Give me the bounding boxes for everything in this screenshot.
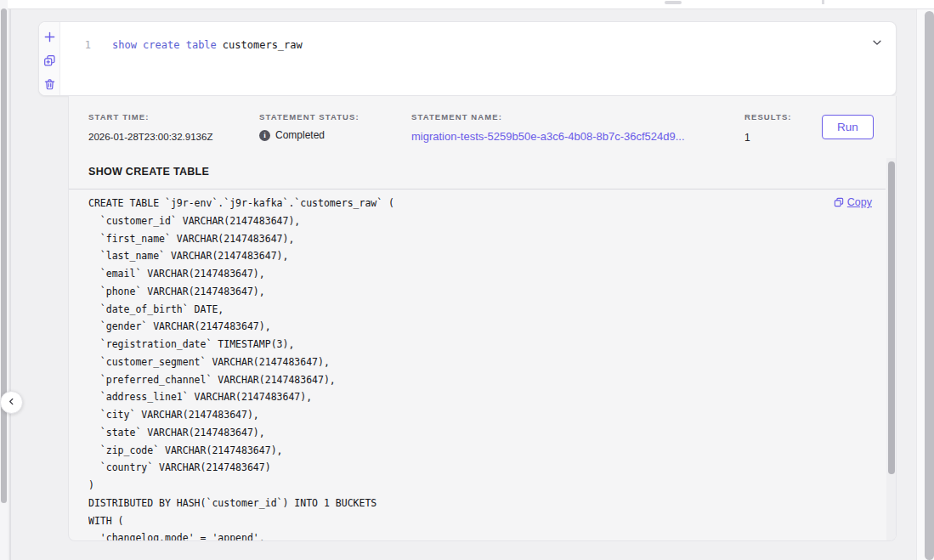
info-icon: i: [259, 130, 270, 141]
copy-label: Copy: [847, 196, 872, 208]
top-app-bar: [8, 0, 934, 9]
cropped-toolbar-fragment: [822, 0, 824, 4]
chevron-left-icon: [6, 395, 17, 410]
sql-identifier: customers_raw: [223, 39, 303, 51]
status-text: Completed: [275, 129, 325, 141]
chevron-down-icon: [871, 37, 883, 48]
results-scrollbar-track[interactable]: [886, 158, 897, 541]
start-time-label: START TIME:: [88, 112, 150, 122]
statement-name-label: STATEMENT NAME:: [411, 112, 502, 122]
line-number: 1: [65, 39, 91, 51]
run-button[interactable]: Run: [822, 115, 874, 139]
output-divider: [69, 189, 886, 189]
sidebar-divider: [9, 9, 11, 560]
output-title: SHOW CREATE TABLE: [88, 166, 209, 178]
statement-results-panel: START TIME: 2026-01-28T23:00:32.9136Z ST…: [68, 96, 897, 541]
results-label: RESULTS:: [744, 112, 792, 122]
statement-status-label: STATEMENT STATUS:: [259, 112, 359, 122]
code-line[interactable]: 1 show create tablecustomers_raw: [60, 38, 862, 52]
sql-statement-text[interactable]: show create tablecustomers_raw: [112, 39, 303, 51]
sql-keyword: show create table: [112, 39, 217, 51]
statement-name-link[interactable]: migration-tests-5259b50e-a3c6-4b08-8b7c-…: [411, 130, 685, 143]
show-create-table-output: CREATE TABLE `j9r-env`.`j9r-kafka`.`cust…: [88, 195, 862, 540]
duplicate-cell-icon[interactable]: [42, 54, 56, 67]
copy-button[interactable]: Copy: [834, 196, 872, 208]
left-scrollbar-track[interactable]: [0, 0, 8, 560]
add-cell-icon[interactable]: [42, 30, 56, 43]
page-scrollbar-thumb[interactable]: [925, 11, 934, 560]
copy-icon: [834, 197, 844, 207]
left-scrollbar-thumb[interactable]: [1, 8, 7, 503]
delete-cell-icon[interactable]: [42, 77, 56, 91]
start-time-value: 2026-01-28T23:00:32.9136Z: [88, 132, 212, 142]
cropped-toolbar-fragment: [665, 1, 682, 4]
page-scrollbar-track[interactable]: [916, 9, 934, 560]
results-scrollbar-thumb[interactable]: [888, 161, 895, 474]
cell-collapse-button[interactable]: [870, 36, 884, 49]
cell-toolbar: [39, 22, 60, 95]
sidebar-collapse-button[interactable]: [0, 391, 23, 414]
results-count: 1: [744, 132, 750, 144]
statement-status-value: i Completed: [259, 129, 325, 141]
sql-editor-cell[interactable]: 1 show create tablecustomers_raw: [38, 21, 897, 96]
